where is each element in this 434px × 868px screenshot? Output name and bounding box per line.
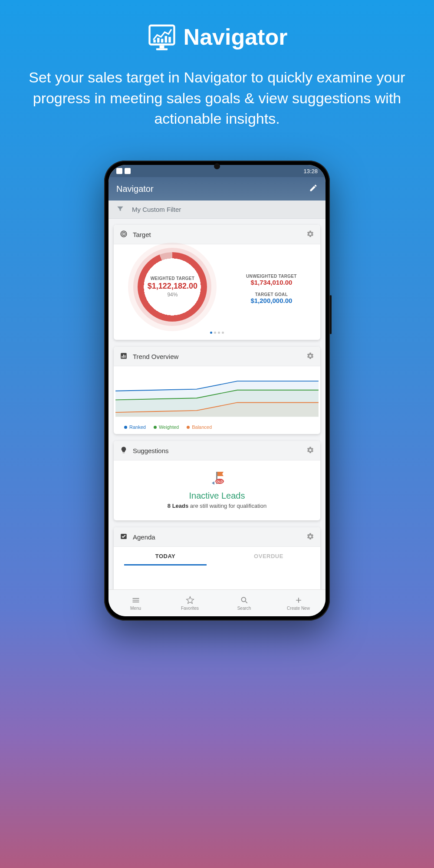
svg-rect-1: [159, 46, 164, 49]
plus-icon: [294, 596, 303, 605]
promo-description: Set your sales target in Navigator to qu…: [26, 67, 408, 129]
phone-screen: 13:28 Navigator My Custom Filter Target: [108, 165, 326, 616]
edit-icon[interactable]: [309, 184, 318, 194]
target-goal-label: TARGET GOAL: [227, 292, 316, 297]
svg-text:OLD: OLD: [217, 480, 223, 483]
gear-icon[interactable]: [306, 446, 314, 455]
bottom-nav: Menu Favorites Search Create New: [108, 589, 326, 616]
menu-icon: [132, 596, 140, 605]
legend-balanced: Balanced: [192, 424, 212, 430]
gear-icon[interactable]: [306, 230, 314, 239]
suggestions-card: Suggestions OLD Inactive Leads 8 Leads a…: [114, 441, 320, 520]
suggestion-headline: Inactive Leads: [120, 491, 314, 501]
svg-rect-3: [153, 40, 155, 43]
tab-overdue[interactable]: OVERDUE: [217, 547, 320, 566]
svg-rect-14: [125, 355, 125, 358]
svg-rect-2: [156, 48, 167, 50]
filter-icon: [116, 205, 124, 214]
svg-point-10: [123, 233, 124, 234]
nav-favorites[interactable]: Favorites: [163, 590, 217, 616]
notification-icon: [116, 168, 122, 174]
unweighted-target-label: UNWEIGHTED TARGET: [227, 274, 316, 279]
gear-icon[interactable]: [306, 533, 314, 542]
weighted-target-pct: 94%: [148, 292, 197, 298]
navigator-logo-icon: [147, 22, 177, 52]
svg-rect-5: [161, 39, 163, 43]
trend-card: Trend Overview Ranked Weighted Balanced: [114, 347, 320, 434]
promo-logo: Navigator: [147, 22, 288, 52]
svg-rect-4: [157, 38, 159, 43]
tab-today[interactable]: TODAY: [114, 547, 217, 566]
target-title: Target: [133, 231, 151, 238]
page-indicator[interactable]: [114, 325, 320, 340]
status-time: 13:28: [303, 168, 318, 174]
svg-point-22: [241, 597, 246, 602]
legend-weighted: Weighted: [159, 424, 179, 430]
lightbulb-icon: [120, 446, 128, 455]
phone-frame: 13:28 Navigator My Custom Filter Target: [104, 161, 330, 621]
search-icon: [240, 596, 249, 605]
target-gauge: WEIGHTED TARGET $1,122,182.00 94%: [138, 252, 207, 322]
trend-title: Trend Overview: [133, 353, 178, 360]
filter-bar[interactable]: My Custom Filter: [108, 201, 326, 219]
svg-rect-12: [122, 356, 123, 358]
target-goal-value: $1,200,000.00: [227, 297, 316, 304]
svg-rect-13: [123, 355, 124, 358]
filter-label: My Custom Filter: [132, 206, 181, 213]
promo-title: Navigator: [184, 24, 288, 50]
promo-header: Navigator Set your sales target in Navig…: [0, 0, 434, 129]
target-card: Target WEIGHTED TARGET $1,122,182.00 94%: [114, 225, 320, 340]
notification-icon: [125, 168, 131, 174]
gear-icon[interactable]: [306, 352, 314, 361]
trend-legend: Ranked Weighted Balanced: [114, 423, 320, 434]
unweighted-target-value: $1,734,010.00: [227, 279, 316, 286]
content-area: Target WEIGHTED TARGET $1,122,182.00 94%: [108, 219, 326, 616]
phone-camera: [214, 163, 220, 169]
nav-search[interactable]: Search: [217, 590, 271, 616]
chart-icon: [120, 352, 128, 361]
nav-menu[interactable]: Menu: [108, 590, 163, 616]
app-bar: Navigator: [108, 177, 326, 201]
svg-line-23: [245, 601, 247, 603]
app-title: Navigator: [116, 184, 154, 194]
legend-ranked: Ranked: [129, 424, 146, 430]
svg-rect-7: [168, 37, 171, 43]
trend-chart: [114, 366, 320, 423]
nav-create[interactable]: Create New: [271, 590, 326, 616]
agenda-tabs: TODAY OVERDUE: [114, 547, 320, 566]
suggestions-title: Suggestions: [133, 447, 169, 454]
star-icon: [186, 596, 194, 605]
target-icon: [120, 230, 128, 239]
weighted-target-label: WEIGHTED TARGET: [148, 276, 197, 281]
agenda-icon: [120, 533, 128, 542]
weighted-target-value: $1,122,182.00: [148, 282, 197, 291]
inactive-leads-icon: OLD: [208, 470, 226, 487]
svg-rect-6: [164, 36, 167, 43]
agenda-title: Agenda: [133, 533, 155, 541]
suggestion-text: 8 Leads are still waiting for qualificat…: [120, 503, 314, 509]
